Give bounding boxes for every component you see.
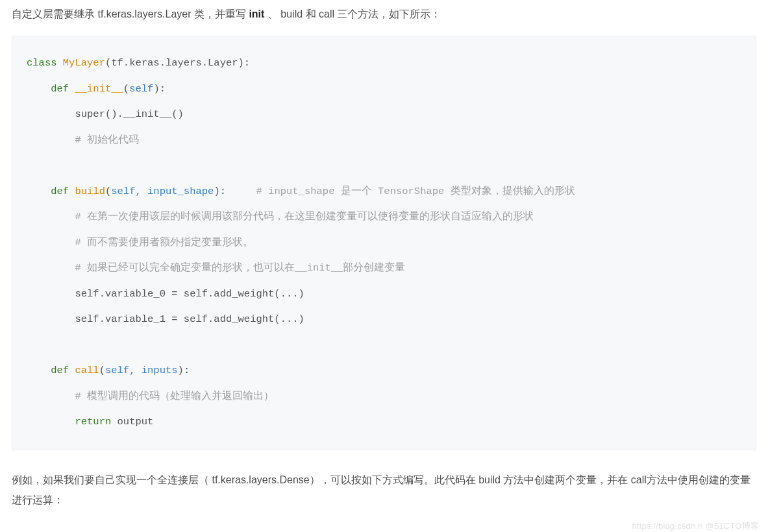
kw-def: def	[51, 186, 69, 197]
watermark: https://blog.csdn.n @51CTO博客	[632, 520, 759, 522]
comment-build-1: # 在第一次使用该层的时候调用该部分代码，在这里创建变量可以使得变量的形状自适应…	[75, 211, 534, 223]
kw-def: def	[51, 365, 69, 376]
comment-init: # 初始化代码	[75, 134, 139, 146]
param-call: self, inputs	[105, 365, 178, 376]
code-block: class MyLayer(tf.keras.layers.Layer): de…	[12, 36, 756, 450]
class-name: MyLayer	[57, 57, 105, 69]
outro-paragraph: 例如，如果我们要自己实现一个全连接层（ tf.keras.layers.Dens…	[12, 470, 756, 510]
intro-text-2: 、 build 和 call 三个方法，如下所示：	[264, 8, 441, 19]
fn-init: __init__	[69, 83, 123, 95]
param-self: self	[129, 83, 153, 95]
comment-build-2: # 而不需要使用者额外指定变量形状。	[75, 237, 253, 248]
kw-class: class	[27, 57, 57, 69]
intro-text-1: 自定义层需要继承 tf.keras.layers.Layer 类，并重写	[12, 8, 249, 19]
param-build: self, input_shape	[111, 186, 214, 197]
comment-build-3: # 如果已经可以完全确定变量的形状，也可以在__init__部分创建变量	[75, 262, 405, 274]
fn-call: call	[69, 365, 99, 376]
comment-call: # 模型调用的代码（处理输入并返回输出）	[75, 391, 274, 402]
code-pre: class MyLayer(tf.keras.layers.Layer): de…	[27, 51, 741, 435]
kw-def: def	[51, 83, 69, 95]
fn-build: build	[69, 186, 105, 197]
intro-bold: init	[249, 8, 264, 19]
var0-line: self.variable_0 = self.add_weight(...)	[75, 288, 304, 300]
return-val: output	[111, 416, 153, 428]
intro-paragraph: 自定义层需要继承 tf.keras.layers.Layer 类，并重写 ini…	[12, 4, 756, 24]
super-call: super().__init__()	[75, 108, 183, 120]
class-sig: (tf.keras.layers.Layer):	[105, 57, 250, 69]
comment-build-inline: # input_shape 是一个 TensorShape 类型对象，提供输入的…	[226, 186, 575, 197]
var1-line: self.variable_1 = self.add_weight(...)	[75, 313, 304, 325]
article-page: 自定义层需要继承 tf.keras.layers.Layer 类，并重写 ini…	[0, 4, 768, 510]
kw-return: return	[75, 416, 111, 428]
